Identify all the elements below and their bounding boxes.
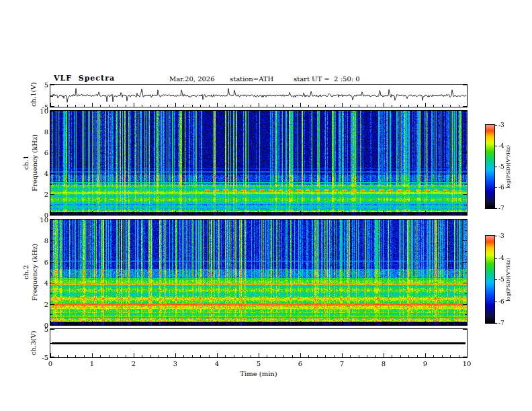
x-minor-tick — [317, 213, 318, 215]
x-minor-tick — [267, 213, 267, 215]
colorbar-ch1 — [485, 124, 495, 209]
colorbar-tick-label: -7 — [498, 205, 511, 212]
y-tick-label: 10 — [31, 107, 48, 115]
colorbar-tick — [494, 323, 497, 324]
x-minor-tick — [242, 323, 242, 325]
x-minor-tick — [433, 105, 434, 107]
x-minor-tick — [433, 323, 434, 325]
x-minor-tick — [400, 213, 401, 215]
x-tick — [384, 103, 384, 107]
y-minor-tick — [465, 230, 467, 231]
y-tick — [463, 111, 467, 111]
x-minor-tick — [267, 323, 267, 325]
x-minor-tick — [159, 323, 159, 325]
colorbar-tick — [494, 279, 497, 280]
x-minor-tick — [209, 105, 210, 107]
x-minor-tick — [325, 105, 326, 107]
y-minor-tick — [465, 142, 467, 143]
colorbar-tick — [494, 187, 497, 188]
x-tick — [217, 321, 218, 325]
x-minor-tick — [367, 323, 367, 325]
x-minor-tick — [392, 105, 392, 107]
x-minor-tick — [367, 213, 367, 215]
x-minor-tick — [317, 323, 318, 325]
x-tick-label: 8 — [377, 360, 390, 367]
x-minor-tick — [400, 323, 401, 325]
vlf-spectra-figure: VLF Spectra Mar.20, 2026 station=ATH sta… — [0, 0, 532, 411]
plot-start-ut: start UT = 2 :50: 0 — [294, 75, 360, 83]
y-tick — [50, 329, 54, 330]
colorbar-tick-label: -4 — [498, 142, 511, 150]
x-minor-tick — [325, 213, 326, 215]
x-minor-tick — [308, 213, 309, 215]
colorbar-tick-label: -4 — [498, 255, 511, 262]
x-minor-tick — [392, 213, 392, 215]
x-minor-tick — [109, 105, 109, 107]
x-tick — [425, 321, 426, 325]
x-minor-tick — [58, 323, 59, 325]
x-minor-tick — [117, 323, 118, 325]
x-tick — [300, 103, 301, 107]
x-minor-tick — [400, 105, 401, 107]
x-minor-tick — [109, 323, 109, 325]
x-minor-tick — [100, 105, 101, 107]
x-tick-label: 5 — [252, 360, 265, 367]
x-minor-tick — [67, 105, 68, 107]
x-minor-tick — [234, 105, 234, 107]
x-minor-tick — [359, 105, 359, 107]
x-minor-tick — [408, 105, 409, 107]
x-minor-tick — [234, 323, 234, 325]
x-tick — [217, 211, 218, 215]
x-minor-tick — [308, 323, 309, 325]
x-minor-tick — [159, 105, 159, 107]
x-tick — [134, 103, 134, 107]
x-minor-tick — [283, 355, 284, 357]
x-tick — [300, 211, 301, 215]
x-tick — [342, 321, 343, 325]
y-tick-label: 4 — [31, 170, 48, 177]
x-minor-tick — [209, 355, 210, 357]
x-minor-tick — [375, 105, 376, 107]
y-tick-label: 5 — [31, 326, 48, 333]
x-tick-label: 10 — [460, 360, 474, 367]
y-tick — [50, 173, 54, 174]
y-tick-label: 8 — [31, 237, 48, 244]
ch1-spectrogram-canvas — [50, 111, 467, 215]
x-minor-tick — [275, 213, 276, 215]
x-minor-tick — [417, 213, 418, 215]
y-tick — [50, 111, 54, 111]
x-minor-tick — [350, 323, 351, 325]
colorbar-tick-label: -6 — [498, 298, 511, 306]
x-minor-tick — [292, 105, 293, 107]
x-minor-tick — [167, 105, 168, 107]
plot-station: station=ATH — [230, 75, 273, 83]
x-minor-tick — [117, 213, 118, 215]
x-minor-tick — [67, 213, 68, 215]
y-tick-label: 2 — [31, 301, 48, 308]
x-tick-label: 3 — [169, 360, 182, 367]
x-minor-tick — [350, 105, 351, 107]
x-minor-tick — [283, 105, 284, 107]
x-minor-tick — [167, 323, 168, 325]
y-tick-label: 6 — [31, 259, 48, 266]
colorbar-tick — [494, 302, 497, 302]
ylabel-ch1-line2: Frequency (kHz) — [31, 111, 40, 215]
x-tick — [217, 353, 218, 357]
x-minor-tick — [192, 355, 193, 357]
y-tick-label: 8 — [31, 128, 48, 136]
x-minor-tick — [292, 213, 293, 215]
x-minor-tick — [167, 355, 168, 357]
x-tick — [384, 321, 384, 325]
colorbar-tick-label: -3 — [498, 232, 511, 240]
ch2-spectrogram-canvas — [50, 220, 467, 325]
x-minor-tick — [417, 105, 418, 107]
x-minor-tick — [183, 323, 184, 325]
x-minor-tick — [275, 355, 276, 357]
x-tick — [92, 211, 93, 215]
x-minor-tick — [359, 355, 359, 357]
x-minor-tick — [350, 213, 351, 215]
x-minor-tick — [275, 105, 276, 107]
y-minor-tick — [50, 314, 52, 315]
x-minor-tick — [408, 323, 409, 325]
y-tick — [463, 194, 467, 195]
